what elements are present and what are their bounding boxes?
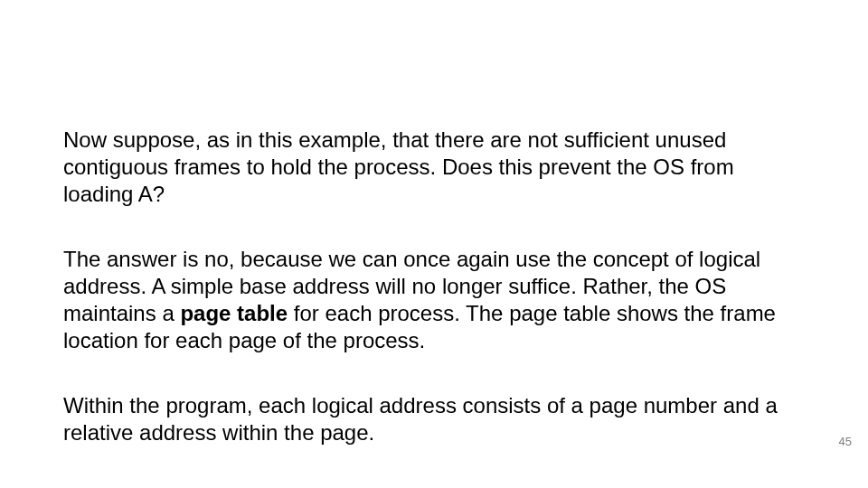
paragraph-3: Within the program, each logical address… [63,392,805,446]
page-number: 45 [839,435,852,448]
paragraph-2: The answer is no, because we can once ag… [63,246,805,354]
page-table-term: page table [180,301,288,325]
slide: Now suppose, as in this example, that th… [0,0,868,488]
paragraph-1: Now suppose, as in this example, that th… [63,127,805,208]
